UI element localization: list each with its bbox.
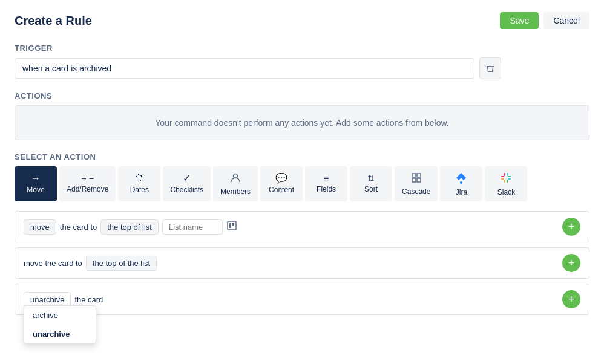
trigger-input[interactable] <box>15 58 474 79</box>
action-btn-checklists[interactable]: ✓ Checklists <box>163 166 211 201</box>
jira-icon <box>455 172 467 186</box>
trash-icon <box>485 63 495 73</box>
action-text-3: the card <box>74 295 103 304</box>
svg-rect-15 <box>508 178 511 180</box>
action-text-1: the card to <box>60 223 97 232</box>
actions-section: Actions Your command doesn't perform any… <box>15 91 589 140</box>
page-title: Create a Rule <box>15 14 92 28</box>
select-action-label: Select an Action <box>15 152 589 161</box>
svg-rect-6 <box>417 178 421 182</box>
top-of-the-list-token[interactable]: the top of the list <box>86 256 157 271</box>
slack-icon <box>500 172 512 186</box>
checklists-label: Checklists <box>170 186 203 194</box>
action-btn-content[interactable]: 💬 Content <box>260 166 303 201</box>
header-buttons: Save Cancel <box>500 12 589 29</box>
action-row-2: move the card to the top of the list + <box>15 247 589 279</box>
svg-rect-12 <box>504 180 505 183</box>
select-action-section: Select an Action → Move + − Add/Remove ⏱… <box>15 152 589 315</box>
jira-label: Jira <box>456 188 467 197</box>
slack-label: Slack <box>497 188 515 197</box>
checklists-icon: ✓ <box>183 174 191 183</box>
svg-rect-14 <box>507 173 508 176</box>
list-name-input[interactable] <box>162 219 223 235</box>
content-icon: 💬 <box>275 174 287 183</box>
add-action-button-1[interactable]: + <box>562 218 580 236</box>
action-btn-cascade[interactable]: Cascade <box>395 166 438 201</box>
fields-label: Fields <box>317 185 336 193</box>
action-btn-fields[interactable]: ≡ Fields <box>305 166 347 201</box>
action-row-3: unarchive archive unarchive the card + <box>15 284 589 315</box>
cancel-button[interactable]: Cancel <box>543 12 589 29</box>
cascade-icon <box>411 172 422 185</box>
move-token[interactable]: move <box>24 219 56 235</box>
svg-rect-16 <box>228 221 236 230</box>
action-btn-add-remove[interactable]: + − Add/Remove <box>59 166 116 201</box>
svg-rect-11 <box>507 180 508 183</box>
add-action-button-3[interactable]: + <box>562 290 580 308</box>
dates-label: Dates <box>130 186 149 194</box>
dates-icon: ⏱ <box>134 174 144 183</box>
svg-rect-8 <box>501 176 504 177</box>
svg-point-7 <box>460 181 462 184</box>
sort-label: Sort <box>364 185 378 193</box>
svg-rect-10 <box>508 176 511 177</box>
svg-rect-18 <box>232 223 234 226</box>
add-action-button-2[interactable]: + <box>562 254 580 272</box>
add-remove-icon: + − <box>82 174 94 183</box>
actions-empty-message: Your command doesn't perform any actions… <box>15 105 589 140</box>
move-label: Move <box>27 186 44 194</box>
unarchive-option[interactable]: unarchive <box>24 325 96 343</box>
content-label: Content <box>269 186 294 194</box>
svg-rect-9 <box>504 173 505 176</box>
actions-label: Actions <box>15 91 589 100</box>
sort-icon: ⇅ <box>367 174 375 183</box>
action-btn-slack[interactable]: Slack <box>485 166 527 201</box>
fields-icon: ≡ <box>324 174 329 183</box>
action-btn-jira[interactable]: Jira <box>440 166 482 201</box>
page-header: Create a Rule Save Cancel <box>15 12 589 29</box>
top-of-list-token[interactable]: the top of list <box>100 219 159 235</box>
board-icon <box>226 220 237 233</box>
svg-rect-4 <box>417 174 421 177</box>
svg-rect-3 <box>412 174 416 177</box>
save-button[interactable]: Save <box>500 12 539 29</box>
archive-option[interactable]: archive <box>24 306 96 325</box>
add-remove-label: Add/Remove <box>67 185 108 193</box>
trigger-label: Trigger <box>15 44 589 53</box>
delete-trigger-button[interactable] <box>479 57 501 79</box>
action-text-2: move the card to <box>24 259 82 268</box>
svg-rect-0 <box>487 66 494 67</box>
trigger-row <box>15 57 589 79</box>
members-label: Members <box>220 187 251 196</box>
action-btn-members[interactable]: Members <box>213 166 258 201</box>
action-btn-dates[interactable]: ⏱ Dates <box>118 166 160 201</box>
unarchive-dropdown-container: unarchive archive unarchive <box>24 294 71 304</box>
svg-rect-5 <box>412 178 416 182</box>
action-btn-move[interactable]: → Move <box>15 166 57 201</box>
action-btn-sort[interactable]: ⇅ Sort <box>350 166 392 201</box>
move-icon: → <box>31 174 41 183</box>
cascade-label: Cascade <box>402 187 430 196</box>
trigger-section: Trigger <box>15 44 589 79</box>
action-buttons-row: → Move + − Add/Remove ⏱ Dates ✓ Checklis… <box>15 166 589 201</box>
archive-dropdown-menu: archive unarchive <box>24 305 96 344</box>
page-container: Create a Rule Save Cancel Trigger Action… <box>0 0 604 364</box>
members-icon <box>230 172 241 185</box>
action-row-1: move the card to the top of list + <box>15 211 589 242</box>
svg-rect-1 <box>489 65 491 65</box>
svg-rect-13 <box>501 178 504 180</box>
svg-rect-17 <box>229 223 231 228</box>
